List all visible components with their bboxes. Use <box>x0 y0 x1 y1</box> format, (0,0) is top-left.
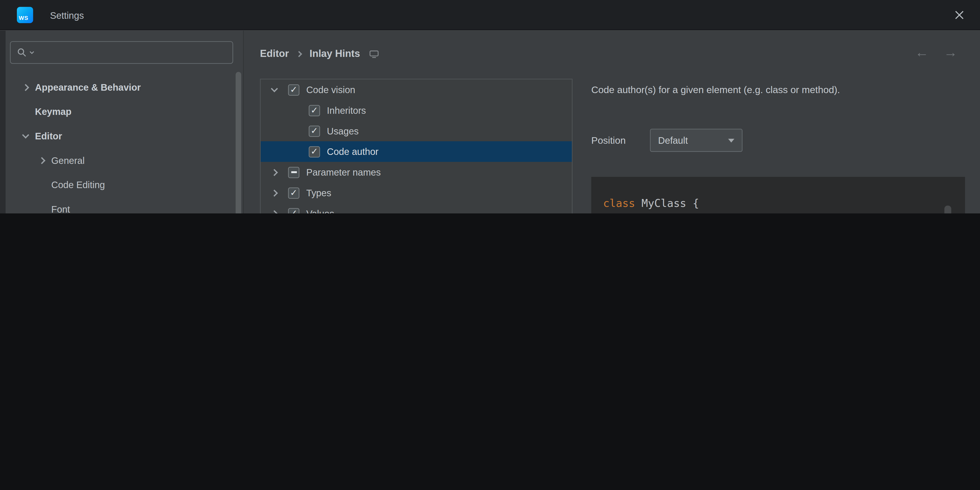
breadcrumb-chevron-icon <box>296 51 302 57</box>
parameter-names-checkbox[interactable] <box>288 167 299 178</box>
code-line-class: class MyClass { <box>603 192 965 213</box>
history-navigation: ← → <box>915 45 958 61</box>
tree-row-types[interactable]: Types <box>261 182 572 203</box>
tree-row-label: Types <box>306 188 331 198</box>
tree-row-label: Code author <box>327 146 379 157</box>
code-preview: class MyClass { John Smith +2 myMethod()… <box>591 177 965 213</box>
chevron-right-icon[interactable] <box>22 84 29 91</box>
breadcrumb-section[interactable]: Editor <box>260 48 289 59</box>
breadcrumb: Editor Inlay Hints <box>260 46 379 62</box>
sidebar-item-code-editing[interactable]: Code Editing <box>6 173 243 197</box>
code-author-checkbox[interactable] <box>309 146 320 157</box>
types-checkbox[interactable] <box>288 187 299 199</box>
search-input[interactable] <box>10 41 233 64</box>
tree-row-code-author[interactable]: Code author <box>261 141 572 162</box>
title-bar: WS Settings <box>0 0 980 30</box>
window-title: Settings <box>50 0 84 30</box>
window-edge-strip <box>0 30 6 213</box>
back-arrow-icon[interactable]: ← <box>915 45 929 61</box>
tree-row-inheritors[interactable]: Inheritors <box>261 100 572 121</box>
settings-sidebar: Appearance & Behavior Keymap Editor Gene… <box>6 30 244 213</box>
inlay-hints-tree: Code vision Inheritors Usages Code autho… <box>260 79 573 213</box>
inheritors-checkbox[interactable] <box>309 105 320 116</box>
position-dropdown[interactable]: Default <box>650 129 743 152</box>
breadcrumb-page: Inlay Hints <box>310 48 360 59</box>
tree-row-label: Code vision <box>306 84 355 95</box>
values-checkbox[interactable] <box>288 208 299 213</box>
chevron-down-icon[interactable] <box>271 85 278 92</box>
chevron-right-icon[interactable] <box>271 169 278 176</box>
position-dropdown-value: Default <box>658 135 728 146</box>
tree-row-label: Values <box>306 208 334 213</box>
sidebar-scrollbar[interactable] <box>236 72 242 213</box>
chevron-down-icon[interactable] <box>22 132 29 138</box>
sidebar-item-general[interactable]: General <box>6 148 243 173</box>
tree-row-parameter-names[interactable]: Parameter names <box>261 162 572 183</box>
position-label: Position <box>591 129 626 152</box>
search-history-chevron-icon <box>29 51 34 54</box>
sidebar-item-keymap[interactable]: Keymap <box>6 99 243 124</box>
sidebar-item-label: Code Editing <box>51 180 105 190</box>
tree-row-label: Usages <box>327 126 359 136</box>
close-icon[interactable] <box>954 9 965 21</box>
tree-row-usages[interactable]: Usages <box>261 121 572 141</box>
sidebar-item-label: Appearance & Behavior <box>35 82 141 92</box>
dropdown-arrow-icon <box>728 138 735 142</box>
sidebar-item-appearance-behavior[interactable]: Appearance & Behavior <box>6 75 243 100</box>
keyword-class: class <box>603 197 635 209</box>
sidebar-item-label: Keymap <box>35 106 72 117</box>
tree-row-code-vision[interactable]: Code vision <box>261 80 572 100</box>
sidebar-item-font[interactable]: Font <box>6 197 243 213</box>
class-declaration: MyClass { <box>635 197 699 209</box>
settings-content: Editor Inlay Hints ← → Code vision Inher… <box>243 30 980 213</box>
chevron-right-icon[interactable] <box>271 189 278 196</box>
screen-icon <box>369 50 379 58</box>
forward-arrow-icon[interactable]: → <box>944 45 958 61</box>
usages-checkbox[interactable] <box>309 125 320 136</box>
tree-row-label: Inheritors <box>327 105 366 116</box>
sidebar-item-editor[interactable]: Editor <box>6 124 243 148</box>
webstorm-logo-icon: WS <box>17 7 33 23</box>
search-icon <box>17 48 27 57</box>
chevron-right-icon[interactable] <box>271 210 278 213</box>
preview-scrollbar[interactable] <box>944 205 951 213</box>
code-vision-checkbox[interactable] <box>288 84 299 95</box>
sidebar-item-label: General <box>51 155 85 165</box>
sidebar-item-label: Font <box>51 204 70 213</box>
sidebar-item-label: Editor <box>35 130 62 141</box>
chevron-right-icon[interactable] <box>38 157 45 164</box>
settings-tree: Appearance & Behavior Keymap Editor Gene… <box>6 75 243 213</box>
settings-dialog: WS Settings Appearance & Behavior Ke <box>0 0 980 213</box>
tree-row-values[interactable]: Values <box>261 203 572 213</box>
setting-description: Code author(s) for a given element (e.g.… <box>591 84 978 95</box>
tree-row-label: Parameter names <box>306 167 381 178</box>
